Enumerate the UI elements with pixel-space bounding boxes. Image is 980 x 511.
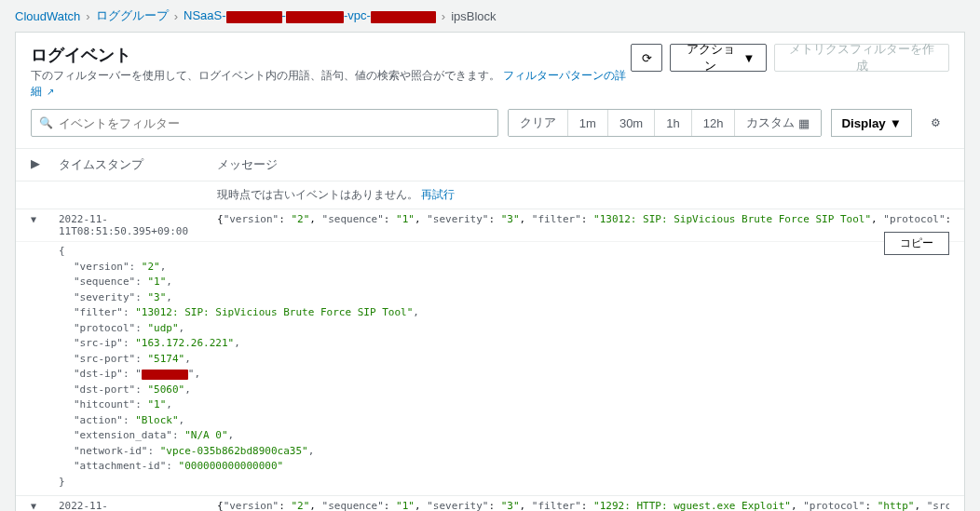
redacted-text [142, 370, 188, 380]
clear-range-button[interactable]: クリア [509, 110, 568, 136]
range-custom-button[interactable]: カスタム ▦ [735, 110, 821, 136]
no-older-events-row: 現時点では古いイベントはありません。 再試行 [16, 182, 964, 209]
refresh-icon: ⟳ [642, 51, 652, 65]
search-input-wrapper[interactable]: 🔍 [31, 109, 498, 137]
time-range-group: クリア 1m 30m 1h 12h カスタム ▦ [508, 109, 823, 137]
column-header-message: メッセージ [217, 156, 949, 173]
redacted-text [286, 11, 344, 23]
event-timestamp: 2022-11-11T08:54:52.788+09:00 [59, 500, 217, 511]
breadcrumb-stream[interactable]: NSaaS---vpc- [184, 8, 436, 22]
chevron-right-icon: › [86, 9, 89, 23]
event-message-summary: {"version": "2", "sequence": "1", "sever… [217, 500, 949, 511]
column-header-timestamp: タイムスタンプ [59, 156, 217, 173]
breadcrumb-root[interactable]: CloudWatch [15, 9, 80, 23]
page-title: ログイベント [31, 44, 631, 66]
caret-down-icon: ▼ [743, 51, 755, 65]
range-30m-button[interactable]: 30m [608, 110, 655, 136]
range-12h-button[interactable]: 12h [692, 110, 736, 136]
breadcrumb: CloudWatch › ロググループ › NSaaS---vpc- › ips… [0, 0, 980, 32]
breadcrumb-log-groups[interactable]: ロググループ [96, 7, 169, 24]
event-timestamp: 2022-11-11T08:51:50.395+09:00 [59, 213, 217, 237]
event-message-summary: {"version": "2", "sequence": "1", "sever… [217, 213, 949, 225]
gear-icon: ⚙ [931, 116, 941, 129]
calendar-icon: ▦ [798, 116, 810, 130]
range-1m-button[interactable]: 1m [568, 110, 608, 136]
chevron-right-icon: › [174, 9, 178, 23]
redacted-text [371, 11, 436, 23]
create-metric-filter-button: メトリクスフィルターを作成 [774, 44, 949, 72]
refresh-button[interactable]: ⟳ [631, 44, 662, 72]
retry-link[interactable]: 再試行 [421, 188, 455, 201]
search-icon: 🔍 [39, 116, 53, 129]
copy-button[interactable]: コピー [884, 232, 949, 255]
expand-all-toggle[interactable]: ▶ [31, 156, 59, 173]
log-events-panel: ログイベント 下のフィルターバーを使用して、ログイベント内の用語、語句、値の検索… [15, 32, 965, 511]
external-link-icon [45, 85, 54, 98]
settings-button[interactable]: ⚙ [921, 109, 949, 137]
page-subtitle: 下のフィルターバーを使用して、ログイベント内の用語、語句、値の検索や照合ができま… [31, 68, 631, 100]
breadcrumb-current: ipsBlock [451, 9, 496, 23]
chevron-right-icon: › [442, 9, 445, 23]
caret-down-icon: ▼ [890, 116, 902, 130]
display-button[interactable]: Display ▼ [831, 109, 912, 137]
event-json-expanded: {"version": "2","sequence": "1","severit… [16, 242, 964, 496]
redacted-text [226, 11, 282, 23]
actions-button[interactable]: アクション ▼ [670, 44, 767, 72]
expand-toggle[interactable]: ▼ [31, 213, 59, 224]
expand-toggle[interactable]: ▼ [31, 500, 59, 511]
event-row: ▼2022-11-11T08:51:50.395+09:00{"version"… [16, 209, 964, 242]
filter-events-input[interactable] [59, 116, 490, 130]
event-row: ▼2022-11-11T08:54:52.788+09:00{"version"… [16, 496, 964, 511]
range-1h-button[interactable]: 1h [655, 110, 691, 136]
